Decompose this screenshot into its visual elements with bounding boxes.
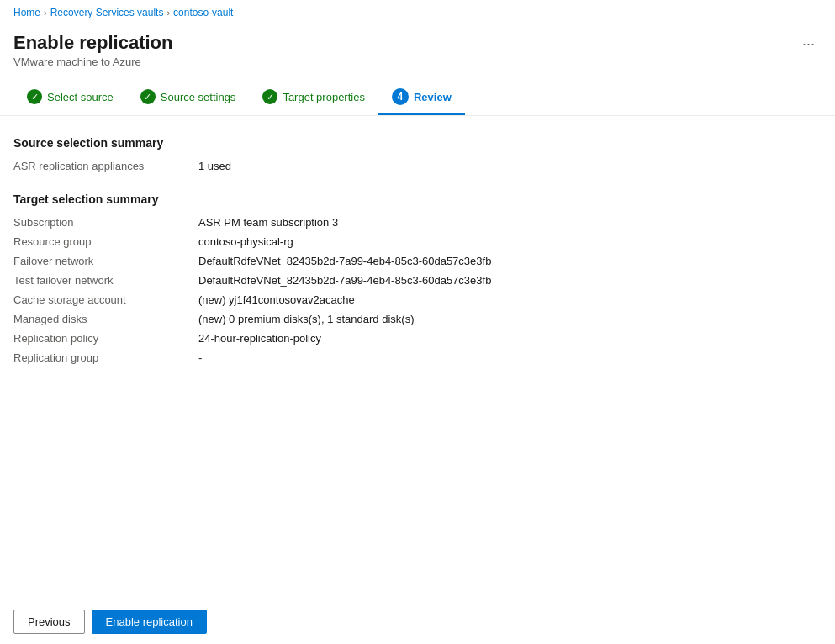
step-2-label: Source settings	[161, 91, 236, 103]
target-value-5: (new) 0 premium disks(s), 1 standard dis…	[198, 309, 822, 329]
page-header: Enable replication VMware machine to Azu…	[0, 25, 835, 68]
table-row: Test failover network DefaultRdfeVNet_82…	[13, 271, 822, 290]
step-3-label: Target properties	[283, 91, 365, 103]
table-row: Managed disks (new) 0 premium disks(s), …	[13, 309, 822, 329]
step-4-label: Review	[414, 91, 452, 103]
more-options-button[interactable]: ···	[795, 32, 822, 56]
table-row: Cache storage account (new) yj1f41contos…	[13, 290, 822, 309]
step-review[interactable]: 4 Review	[378, 82, 465, 115]
page-subtitle: VMware machine to Azure	[13, 55, 173, 68]
source-summary-table: ASR replication appliances 1 used	[13, 156, 822, 176]
steps-bar: ✓ Select source ✓ Source settings ✓ Targ…	[0, 68, 835, 116]
step-3-check-icon: ✓	[262, 89, 277, 104]
table-row: Failover network DefaultRdfeVNet_82435b2…	[13, 251, 822, 271]
table-row: ASR replication appliances 1 used	[13, 156, 822, 176]
target-value-3: DefaultRdfeVNet_82435b2d-7a99-4eb4-85c3-…	[198, 271, 822, 290]
source-value-0: 1 used	[198, 156, 822, 176]
target-section-title: Target selection summary	[13, 193, 822, 206]
table-row: Replication policy 24-hour-replication-p…	[13, 329, 822, 348]
breadcrumb: Home › Recovery Services vaults › contos…	[0, 0, 835, 25]
step-target-properties[interactable]: ✓ Target properties	[249, 82, 378, 114]
step-1-check-icon: ✓	[27, 89, 42, 104]
breadcrumb-sep-2: ›	[166, 8, 170, 18]
breadcrumb-vaults[interactable]: Recovery Services vaults	[50, 7, 164, 18]
target-label-5: Managed disks	[13, 309, 198, 329]
target-value-7: -	[198, 348, 822, 367]
step-2-check-icon: ✓	[140, 89, 156, 104]
page-title: Enable replication	[13, 32, 173, 54]
step-select-source[interactable]: ✓ Select source	[13, 82, 127, 114]
main-content: Source selection summary ASR replication…	[0, 116, 835, 401]
target-label-0: Subscription	[13, 213, 198, 232]
target-value-2: DefaultRdfeVNet_82435b2d-7a99-4eb4-85c3-…	[198, 251, 822, 271]
step-source-settings[interactable]: ✓ Source settings	[127, 82, 250, 114]
step-1-label: Select source	[47, 91, 114, 103]
target-label-1: Resource group	[13, 232, 198, 251]
target-label-6: Replication policy	[13, 329, 198, 348]
breadcrumb-home[interactable]: Home	[13, 7, 40, 18]
target-label-7: Replication group	[13, 348, 198, 367]
target-label-2: Failover network	[13, 251, 198, 271]
target-value-1: contoso-physical-rg	[198, 232, 822, 251]
table-row: Replication group -	[13, 348, 822, 367]
source-section-title: Source selection summary	[13, 136, 822, 150]
step-4-num: 4	[392, 88, 409, 105]
breadcrumb-vault[interactable]: contoso-vault	[173, 7, 233, 18]
target-label-3: Test failover network	[13, 271, 198, 290]
target-value-0: ASR PM team subscription 3	[198, 213, 822, 232]
target-summary-table: Subscription ASR PM team subscription 3 …	[13, 213, 822, 367]
table-row: Subscription ASR PM team subscription 3	[13, 213, 822, 232]
target-value-6: 24-hour-replication-policy	[198, 329, 822, 348]
target-value-4: (new) yj1f41contosovav2acache	[198, 290, 822, 309]
breadcrumb-sep-1: ›	[44, 8, 47, 18]
source-label-0: ASR replication appliances	[13, 156, 198, 176]
target-label-4: Cache storage account	[13, 290, 198, 309]
table-row: Resource group contoso-physical-rg	[13, 232, 822, 251]
